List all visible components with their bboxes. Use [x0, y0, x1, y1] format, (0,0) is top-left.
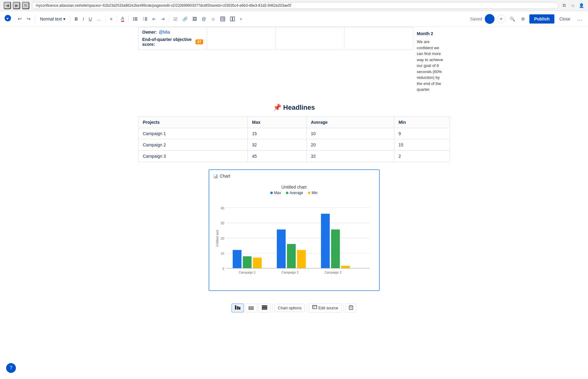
table-head: Projects Max Average Min: [138, 116, 450, 128]
card-cell-3[interactable]: [276, 27, 345, 50]
svg-text:Campaign 3: Campaign 3: [324, 271, 341, 274]
table-body: Campaign 1 15 10 9 Campaign 2 32 20 15 C…: [138, 128, 450, 162]
chart-tool-sep: [272, 304, 273, 311]
svg-rect-12: [221, 17, 225, 21]
task-button[interactable]: ☑: [172, 15, 179, 23]
bar-c3-min: [341, 266, 350, 268]
bookmark-icon[interactable]: ☆: [570, 2, 576, 9]
outdent-button[interactable]: ⇤: [151, 15, 158, 23]
owner-value: @Mia: [159, 30, 170, 35]
address-bar[interactable]: myconfluence.atlassian.net/wiki/spaces/~…: [32, 2, 559, 9]
cell-min-1: 9: [394, 128, 450, 139]
svg-text:40: 40: [221, 206, 224, 210]
svg-text:3.: 3.: [143, 19, 144, 21]
sidebar-text: We are confident we can find more way to…: [417, 39, 446, 93]
browser-bar: ◀ ▶ ↻ myconfluence.atlassian.net/wiki/sp…: [0, 0, 588, 11]
indent-button[interactable]: ⇥: [159, 15, 166, 23]
chart-tool-sep-2: [307, 304, 307, 311]
text-style-label: Normal text: [40, 17, 62, 21]
undo-button[interactable]: ↩: [16, 15, 24, 23]
bold-button[interactable]: B: [73, 15, 80, 23]
svg-rect-34: [235, 305, 236, 310]
insert-more-button[interactable]: +: [238, 15, 244, 23]
main-content: Owner: @Mia End-of-quarter objective sco…: [0, 27, 588, 379]
legend-average: Average: [286, 191, 303, 195]
bar-c1-min: [253, 257, 261, 268]
bar-c1-avg: [243, 256, 251, 268]
numbered-list-button[interactable]: 1.2.3.: [141, 15, 149, 23]
chart-view-2-button[interactable]: [245, 304, 257, 312]
cell-min-3: 2: [394, 150, 450, 162]
svg-rect-3: [134, 19, 137, 19]
chart-view-1-button[interactable]: [232, 304, 244, 312]
chart-toolbar: Chart options { } Edit source: [229, 301, 359, 315]
chart-view-3-icon: [262, 305, 267, 311]
user-avatar[interactable]: [485, 14, 495, 24]
italic-button[interactable]: I: [81, 15, 86, 23]
layout-button[interactable]: [228, 15, 237, 23]
col-max: Max: [248, 116, 307, 128]
redo-button[interactable]: ↪: [25, 15, 32, 23]
image-button[interactable]: 🖼: [191, 15, 199, 23]
table-row[interactable]: Campaign 3 45 32 2: [138, 150, 450, 162]
settings-button[interactable]: ⚙: [519, 15, 527, 23]
reload-button[interactable]: ↻: [22, 2, 29, 9]
svg-rect-46: [349, 306, 353, 310]
svg-text:{ }: { }: [313, 307, 315, 308]
back-button[interactable]: ◀: [4, 2, 11, 9]
forward-button[interactable]: ▶: [13, 2, 20, 9]
svg-rect-17: [230, 17, 232, 21]
svg-text:Campaign 2: Campaign 2: [281, 271, 298, 274]
data-table: Projects Max Average Min Campaign 1 15 1…: [138, 116, 450, 162]
text-color-icon: A: [121, 16, 124, 22]
table-row[interactable]: Campaign 2 32 20 15: [138, 139, 450, 150]
profile-icon[interactable]: 👤: [578, 2, 584, 9]
svg-rect-36: [239, 307, 240, 310]
edit-source-button[interactable]: { } Edit source: [309, 303, 341, 313]
chart-header-label: Chart: [220, 174, 230, 178]
bar-c1-max: [232, 250, 241, 268]
delete-button[interactable]: [345, 303, 356, 313]
link-button[interactable]: 🔗: [181, 15, 189, 23]
close-button[interactable]: Close: [557, 15, 573, 23]
underline-button[interactable]: U: [87, 15, 94, 23]
add-collaborator-button[interactable]: +: [497, 15, 506, 23]
cell-campaign-1: Campaign 1: [138, 128, 248, 139]
svg-rect-42: [262, 308, 267, 310]
legend-dot-min: [308, 192, 310, 194]
align-button[interactable]: ≡: [108, 15, 114, 23]
search-button[interactable]: 🔍: [508, 15, 517, 23]
bullet-list-button[interactable]: [131, 15, 140, 23]
help-button[interactable]: ?: [6, 363, 16, 373]
emoji-button[interactable]: ☺: [209, 15, 217, 23]
chart-options-button[interactable]: Chart options: [275, 304, 305, 312]
chevron-down-icon: ▾: [63, 17, 65, 21]
bar-c3-avg: [331, 229, 340, 268]
text-style-dropdown[interactable]: Normal text ▾: [38, 15, 68, 23]
legend-label-average: Average: [290, 191, 303, 195]
table-row[interactable]: Campaign 1 15 10 9: [138, 128, 450, 139]
publish-button[interactable]: Publish: [529, 14, 555, 24]
svg-text:Campaign 1: Campaign 1: [239, 271, 256, 274]
cell-avg-3: 32: [306, 150, 394, 162]
card-cell-4[interactable]: [344, 27, 413, 50]
cell-avg-1: 10: [306, 128, 394, 139]
extensions-icon[interactable]: ⧉: [561, 2, 567, 9]
card-cell-1[interactable]: Owner: @Mia End-of-quarter objective sco…: [138, 27, 207, 50]
mention-button[interactable]: @: [200, 15, 208, 23]
table-button[interactable]: [218, 15, 227, 23]
chart-title: Untitled chart: [215, 185, 373, 190]
toolbar-divider-6: [169, 15, 169, 23]
chart-view-3-button[interactable]: [258, 304, 271, 312]
cell-avg-2: 20: [306, 139, 394, 150]
text-color-button[interactable]: A: [119, 15, 126, 23]
more-options-button[interactable]: …: [575, 14, 584, 23]
right-sidebar: Month 2 We are confident we can find mor…: [413, 27, 450, 96]
more-formatting-button[interactable]: …: [95, 15, 103, 23]
headlines-title-text: Headlines: [283, 104, 315, 111]
svg-rect-11: [145, 20, 147, 20]
bar-c2-avg: [287, 244, 296, 268]
svg-text:0: 0: [222, 267, 224, 270]
card-cell-2[interactable]: [207, 27, 276, 50]
bar-c3-max: [321, 214, 330, 268]
